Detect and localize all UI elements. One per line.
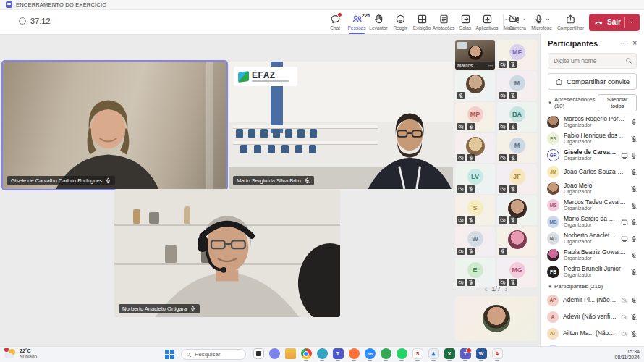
taskbar-app-sei[interactable]: S — [412, 348, 423, 361]
video-tile-norberto[interactable]: Norberto Anacleto Ortigara — [114, 189, 340, 317]
mic-on-icon[interactable] — [630, 119, 637, 126]
thumbnail-initials-tile[interactable]: MF — [497, 40, 537, 70]
mic-off-icon[interactable] — [630, 169, 637, 176]
participant-row[interactable]: ATAilton Ma... (Não verificado) — [541, 325, 644, 342]
panel-more-icon[interactable]: ⋯ — [619, 40, 627, 47]
toolbar-raise-button[interactable]: Levantar — [368, 10, 389, 34]
mic-off-icon[interactable] — [630, 330, 637, 337]
thumbnail-video-tile[interactable]: Marcos ...⋯ — [455, 40, 495, 70]
thumbnail-initials-tile[interactable]: MG — [497, 258, 537, 287]
panel-close-icon[interactable]: × — [632, 40, 637, 47]
mic-off-icon[interactable] — [630, 313, 637, 321]
taskbar-app-firefox[interactable] — [348, 348, 360, 361]
thumbnail-initials-tile[interactable]: JF — [497, 164, 537, 194]
chevron-down-icon[interactable] — [629, 20, 635, 25]
participant-search[interactable] — [548, 53, 637, 69]
cam-off-icon[interactable] — [621, 313, 628, 321]
thumbnail-initials-tile[interactable]: BA — [497, 102, 537, 132]
microphone-button[interactable]: Microfone — [531, 14, 552, 30]
participant-row[interactable]: FSFabio Henrique dos SantosOrganizador — [541, 130, 644, 147]
mic-off-icon[interactable] — [630, 269, 637, 276]
taskbar-app-word[interactable]: W — [475, 348, 487, 361]
participant-row[interactable]: NONorberto Anacleto OrtigaraOrganizador — [541, 230, 644, 247]
toolbar-react-button[interactable]: Reagir — [389, 10, 411, 34]
participant-search-input[interactable] — [552, 56, 622, 65]
cam-off-icon[interactable] — [621, 297, 628, 304]
mute-all-button[interactable]: Silenciar todos — [598, 94, 637, 111]
toolbar-rooms-button[interactable]: Salas — [454, 10, 476, 34]
taskbar-app-file-explorer[interactable] — [284, 348, 296, 361]
taskbar-search[interactable]: Pesquisar — [181, 349, 246, 360]
taskbar-app-excel[interactable]: X — [444, 348, 455, 361]
mic-off-icon[interactable] — [630, 202, 637, 209]
leave-button[interactable]: Sair — [589, 14, 640, 31]
camera-button[interactable]: Câmera — [509, 14, 526, 30]
participant-row[interactable]: APAdemir Pl... (Não verificado) — [541, 292, 644, 308]
taskbar-app-chrome[interactable] — [300, 348, 312, 361]
toolbar-people-button[interactable]: 226Pessoas — [346, 10, 368, 34]
thumbnail-photo-tile[interactable] — [497, 227, 537, 256]
pager-prev-icon[interactable]: ‹ — [485, 285, 488, 292]
thumbnail-photo-tile[interactable] — [497, 195, 537, 225]
mic-off-icon[interactable] — [630, 219, 637, 226]
taskbar-app-meet[interactable] — [380, 348, 391, 361]
thumbnail-initials-tile[interactable]: E — [455, 258, 495, 287]
pager-next-icon[interactable]: › — [505, 285, 508, 292]
mic-off-icon[interactable] — [630, 297, 637, 304]
screen-icon[interactable] — [621, 152, 628, 159]
video-tile-mario[interactable]: EFAZ Mario Sergio da Silva Brito — [229, 62, 453, 189]
participant-row[interactable]: Paula Beatriz Gowatski HigertOrganizador — [541, 247, 644, 264]
thumbnail-initials-tile[interactable]: W — [455, 227, 495, 256]
participant-row[interactable]: JMJoao Carlos Souza Marques — [541, 164, 644, 180]
toolbar-view-button[interactable]: Exibição — [411, 10, 433, 34]
thumbnail-initials-tile[interactable]: S — [455, 195, 495, 225]
mic-on-icon[interactable] — [630, 152, 637, 159]
mic-off-icon[interactable] — [630, 135, 637, 143]
taskbar-clock[interactable]: 15:34 08/11/2024 — [614, 349, 640, 361]
toolbar-apps-button[interactable]: Aplicativos — [476, 10, 498, 34]
section-collapse-icon: ▼ — [548, 101, 552, 105]
participant-row[interactable]: MBMario Sergio da Silva BritoOrganizador — [541, 214, 644, 230]
share-button[interactable]: Compartilhar — [557, 14, 584, 30]
thumbnail-initials-tile[interactable]: M — [497, 133, 537, 163]
participant-row[interactable]: GRGisele de Carvalho Carlot...Organizado… — [541, 147, 644, 164]
toolbar-button-label: Salas — [459, 25, 471, 30]
self-view-tile[interactable] — [455, 296, 537, 341]
weather-widget[interactable]: 22°C Nublado — [5, 348, 37, 359]
participant-row[interactable]: Marcos Rogerio PortesOrganizador — [541, 114, 644, 130]
participant-row[interactable]: MSMarcos Tadeu Cavalcante da S...Organiz… — [541, 197, 644, 214]
participant-row[interactable]: AAdevir (Não verificado) — [541, 308, 644, 325]
cam-off-icon[interactable] — [621, 330, 628, 337]
taskbar-app-whatsapp[interactable] — [396, 348, 407, 361]
mic-off-icon[interactable] — [630, 185, 637, 193]
thumbnail-photo-tile[interactable] — [455, 71, 495, 101]
video-tile-gisele[interactable]: Gisele de Carvalho Carloto Rodrigues — [3, 62, 226, 189]
taskbar-app-teams-2[interactable]: T — [459, 348, 471, 361]
thumbnail-photo-tile[interactable] — [455, 133, 495, 163]
thumbnail-initials-tile[interactable]: M — [497, 71, 537, 101]
taskbar-app-zoom[interactable]: zm — [364, 348, 376, 361]
share-invite-button[interactable]: Compartilhar convite — [548, 73, 637, 90]
toolbar-chat-button[interactable]: Chat — [324, 10, 346, 34]
chevron-down-icon[interactable] — [520, 17, 526, 22]
thumbnail-more-icon[interactable]: ⋯ — [488, 63, 493, 69]
taskbar-app-people-app[interactable]: ♟ — [428, 348, 439, 361]
taskbar-app-acrobat[interactable]: A — [491, 348, 503, 361]
participant-row[interactable]: Joao MeloOrganizador — [541, 180, 644, 197]
screen-icon[interactable] — [621, 235, 628, 243]
thumbnail-initials-tile[interactable]: MP — [455, 102, 495, 132]
taskbar-app-edge[interactable] — [316, 348, 328, 361]
toolbar-notes-button[interactable]: Anotações — [433, 10, 454, 34]
presenters-section-toggle[interactable]: ▼Apresentadores (10) — [548, 96, 598, 109]
taskbar-app-teams[interactable]: T — [332, 348, 344, 361]
start-button[interactable] — [165, 350, 175, 360]
attendees-section-toggle[interactable]: ▼Participantes (216) — [548, 283, 603, 290]
mic-off-icon[interactable] — [630, 252, 637, 259]
taskbar-app-task-view[interactable] — [253, 348, 264, 361]
taskbar-app-teams-chat[interactable] — [268, 348, 280, 361]
participant-row[interactable]: PBPedro Brunelli JuniorOrganizador — [541, 264, 644, 280]
thumbnail-initials-tile[interactable]: LV — [455, 164, 495, 194]
screen-icon[interactable] — [621, 219, 628, 226]
chevron-down-icon[interactable] — [545, 17, 551, 22]
mic-on-icon[interactable] — [630, 235, 637, 243]
